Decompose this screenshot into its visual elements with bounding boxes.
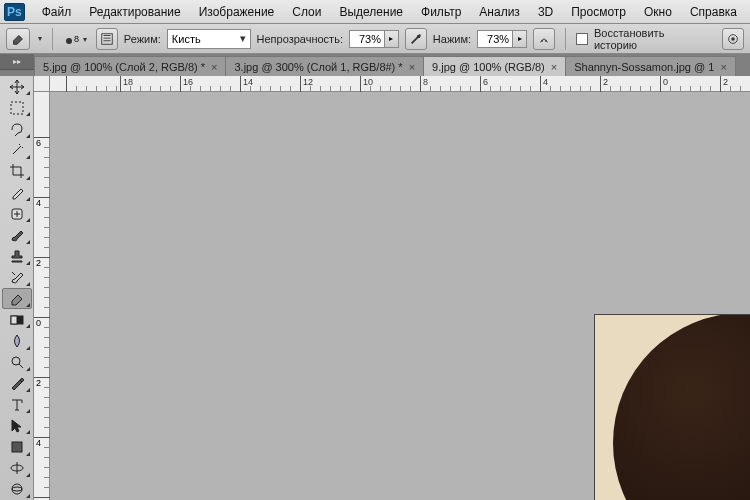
tablet-opacity-toggle[interactable] [405, 28, 427, 50]
tool-brush[interactable] [2, 224, 32, 245]
svg-rect-9 [11, 316, 17, 324]
tool-preset-dropdown[interactable]: ▾ [38, 34, 42, 43]
document-tab-2[interactable]: 9.jpg @ 100% (RGB/8)× [423, 56, 566, 76]
flow-flyout[interactable]: ▸ [513, 30, 527, 48]
document-image[interactable] [594, 314, 750, 500]
ruler-vertical[interactable]: 6420246 [34, 92, 50, 500]
move-icon [9, 79, 25, 95]
image-content [613, 314, 750, 500]
tool-pen[interactable] [2, 373, 32, 394]
svg-point-2 [541, 39, 543, 41]
tool-eyedropper[interactable] [2, 182, 32, 203]
svg-point-5 [731, 37, 735, 41]
canvas-area[interactable]: 18161412108642024 6420246 [34, 76, 750, 500]
app-logo: Ps [4, 3, 25, 21]
pen-pressure-icon [409, 32, 423, 46]
3d-rotate-icon [9, 460, 25, 476]
pen-pressure-size-icon [726, 32, 740, 46]
airbrush-icon [537, 32, 551, 46]
tool-stamp[interactable] [2, 246, 32, 267]
crop-icon [9, 163, 25, 179]
close-icon[interactable]: × [211, 61, 217, 73]
pen-icon [9, 375, 25, 391]
lasso-icon [9, 121, 25, 137]
menu-Окно[interactable]: Окно [635, 3, 681, 21]
brushes-panel-icon [100, 32, 114, 46]
menu-Файл[interactable]: Файл [33, 3, 81, 21]
menu-Редактирование[interactable]: Редактирование [80, 3, 189, 21]
tool-3d-orbit[interactable] [2, 479, 32, 500]
erase-to-history-checkbox[interactable] [576, 33, 588, 45]
tool-type[interactable] [2, 394, 32, 415]
document-tab-0[interactable]: 5.jpg @ 100% (Слой 2, RGB/8) *× [34, 56, 226, 76]
current-tool-swatch[interactable] [6, 28, 30, 50]
erase-to-history-label: Восстановить историю [594, 27, 710, 51]
brush-icon [9, 227, 25, 243]
tablet-size-toggle[interactable] [722, 28, 744, 50]
ruler-origin[interactable] [34, 76, 50, 92]
opacity-input[interactable] [349, 30, 385, 48]
document-tabs: ▸▸ 5.jpg @ 100% (Слой 2, RGB/8) *×3.jpg … [0, 54, 750, 76]
history-brush-icon [9, 269, 25, 285]
svg-point-13 [12, 484, 22, 494]
tab-overflow-toggle[interactable]: ▸▸ [0, 54, 34, 70]
menu-Изображение[interactable]: Изображение [190, 3, 284, 21]
healing-icon [9, 206, 25, 222]
tab-label: 5.jpg @ 100% (Слой 2, RGB/8) * [43, 61, 205, 73]
mode-value: Кисть [172, 33, 201, 45]
tool-path-select[interactable] [2, 415, 32, 436]
close-icon[interactable]: × [551, 61, 557, 73]
svg-point-10 [12, 357, 20, 365]
document-tab-1[interactable]: 3.jpg @ 300% (Слой 1, RGB/8#) *× [225, 56, 424, 76]
tool-marquee[interactable] [2, 97, 32, 118]
eraser-icon [9, 291, 25, 307]
tool-3d-rotate[interactable] [2, 458, 32, 479]
dodge-icon [9, 354, 25, 370]
tool-move[interactable] [2, 76, 32, 97]
tool-wand[interactable] [2, 140, 32, 161]
tool-healing[interactable] [2, 203, 32, 224]
stamp-icon [9, 248, 25, 264]
eraser-icon [11, 32, 25, 46]
menu-Просмотр[interactable]: Просмотр [562, 3, 635, 21]
tool-gradient[interactable] [2, 309, 32, 330]
menu-3D[interactable]: 3D [529, 3, 562, 21]
tool-crop[interactable] [2, 161, 32, 182]
toolbox [0, 76, 34, 500]
menu-Выделение[interactable]: Выделение [330, 3, 412, 21]
svg-point-14 [12, 487, 22, 491]
close-icon[interactable]: × [720, 61, 726, 73]
path-select-icon [9, 418, 25, 434]
mode-select[interactable]: Кисть ▾ [167, 29, 251, 49]
flow-label: Нажим: [433, 33, 471, 45]
eyedropper-icon [9, 185, 25, 201]
tool-lasso[interactable] [2, 118, 32, 139]
tool-dodge[interactable] [2, 352, 32, 373]
3d-orbit-icon [9, 481, 25, 497]
menu-Справка[interactable]: Справка [681, 3, 746, 21]
brush-preset-picker[interactable]: 8 ▾ [63, 34, 90, 44]
menu-Анализ[interactable]: Анализ [470, 3, 529, 21]
menu-Слои[interactable]: Слои [283, 3, 330, 21]
tool-shape[interactable] [2, 436, 32, 457]
blur-icon [9, 333, 25, 349]
airbrush-toggle[interactable] [533, 28, 555, 50]
tool-eraser[interactable] [2, 288, 32, 309]
flow-input[interactable] [477, 30, 513, 48]
document-tab-3[interactable]: Shannyn-Sossamon.jpg @ 1× [565, 56, 736, 76]
options-bar: ▾ 8 ▾ Режим: Кисть ▾ Непрозрачность: ▸ Н… [0, 24, 750, 54]
mode-label: Режим: [124, 33, 161, 45]
opacity-label: Непрозрачность: [257, 33, 343, 45]
menu-Фильтр[interactable]: Фильтр [412, 3, 470, 21]
tool-history-brush[interactable] [2, 267, 32, 288]
brush-panel-toggle[interactable] [96, 28, 118, 50]
svg-point-3 [545, 39, 547, 41]
tab-label: 9.jpg @ 100% (RGB/8) [432, 61, 545, 73]
tab-label: Shannyn-Sossamon.jpg @ 1 [574, 61, 714, 73]
opacity-flyout[interactable]: ▸ [385, 30, 399, 48]
tool-blur[interactable] [2, 330, 32, 351]
ruler-horizontal[interactable]: 18161412108642024 [50, 76, 750, 92]
tab-label: 3.jpg @ 300% (Слой 1, RGB/8#) * [234, 61, 402, 73]
close-icon[interactable]: × [409, 61, 415, 73]
svg-rect-6 [11, 102, 23, 114]
